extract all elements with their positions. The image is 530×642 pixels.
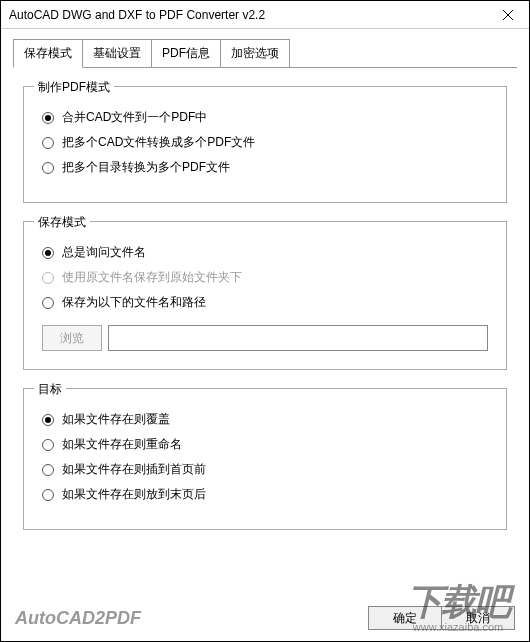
radio-icon xyxy=(42,137,54,149)
ok-button[interactable]: 确定 xyxy=(368,606,442,630)
radio-merge-one-pdf[interactable]: 合并CAD文件到一个PDF中 xyxy=(42,109,488,126)
group-target-legend: 目标 xyxy=(34,381,66,398)
tab-content: 制作PDF模式 合并CAD文件到一个PDF中 把多个CAD文件转换成多个PDF文… xyxy=(1,68,529,530)
radio-label: 如果文件存在则插到首页前 xyxy=(62,461,206,478)
radio-always-ask[interactable]: 总是询问文件名 xyxy=(42,244,488,261)
group-save-mode: 保存模式 总是询问文件名 使用原文件名保存到原始文件夹下 保存为以下的文件名和路… xyxy=(23,221,507,370)
radio-label: 使用原文件名保存到原始文件夹下 xyxy=(62,269,242,286)
tab-pdf-info[interactable]: PDF信息 xyxy=(151,39,221,68)
radio-icon xyxy=(42,464,54,476)
radio-overwrite[interactable]: 如果文件存在则覆盖 xyxy=(42,411,488,428)
group-target: 目标 如果文件存在则覆盖 如果文件存在则重命名 如果文件存在则插到首页前 如果文… xyxy=(23,388,507,530)
radio-rename[interactable]: 如果文件存在则重命名 xyxy=(42,436,488,453)
tab-encrypt-options[interactable]: 加密选项 xyxy=(220,39,290,68)
tab-bar: 保存模式 基础设置 PDF信息 加密选项 xyxy=(13,39,529,68)
radio-icon xyxy=(42,439,54,451)
browse-button: 浏览 xyxy=(42,325,102,351)
radio-label: 如果文件存在则覆盖 xyxy=(62,411,170,428)
radio-icon xyxy=(42,297,54,309)
radio-use-original: 使用原文件名保存到原始文件夹下 xyxy=(42,269,488,286)
tab-save-mode[interactable]: 保存模式 xyxy=(13,39,83,68)
tab-basic-settings[interactable]: 基础设置 xyxy=(82,39,152,68)
radio-icon xyxy=(42,272,54,284)
cancel-button[interactable]: 取消 xyxy=(441,606,515,630)
radio-label: 保存为以下的文件名和路径 xyxy=(62,294,206,311)
radio-insert-first[interactable]: 如果文件存在则插到首页前 xyxy=(42,461,488,478)
titlebar: AutoCAD DWG and DXF to PDF Converter v2.… xyxy=(1,1,529,29)
group-pdf-mode-legend: 制作PDF模式 xyxy=(34,79,114,96)
footer-buttons: 确定 取消 xyxy=(369,606,515,630)
radio-label: 总是询问文件名 xyxy=(62,244,146,261)
radio-icon xyxy=(42,489,54,501)
brand-label: AutoCAD2PDF xyxy=(15,608,141,629)
radio-label: 把多个目录转换为多个PDF文件 xyxy=(62,159,230,176)
radio-multi-files[interactable]: 把多个CAD文件转换成多个PDF文件 xyxy=(42,134,488,151)
radio-save-as-path[interactable]: 保存为以下的文件名和路径 xyxy=(42,294,488,311)
radio-label: 如果文件存在则重命名 xyxy=(62,436,182,453)
radio-icon xyxy=(42,247,54,259)
radio-icon xyxy=(42,162,54,174)
path-input[interactable] xyxy=(108,325,488,351)
radio-multi-dirs[interactable]: 把多个目录转换为多个PDF文件 xyxy=(42,159,488,176)
app-window: AutoCAD DWG and DXF to PDF Converter v2.… xyxy=(0,0,530,642)
radio-label: 把多个CAD文件转换成多个PDF文件 xyxy=(62,134,255,151)
close-button[interactable] xyxy=(487,1,529,29)
radio-append-last[interactable]: 如果文件存在则放到末页后 xyxy=(42,486,488,503)
radio-icon xyxy=(42,112,54,124)
radio-label: 如果文件存在则放到末页后 xyxy=(62,486,206,503)
footer: AutoCAD2PDF 确定 取消 xyxy=(1,595,529,641)
group-save-mode-legend: 保存模式 xyxy=(34,214,90,231)
radio-label: 合并CAD文件到一个PDF中 xyxy=(62,109,207,126)
group-pdf-mode: 制作PDF模式 合并CAD文件到一个PDF中 把多个CAD文件转换成多个PDF文… xyxy=(23,86,507,203)
path-row: 浏览 xyxy=(42,325,488,351)
radio-icon xyxy=(42,414,54,426)
close-icon xyxy=(503,10,513,20)
window-title: AutoCAD DWG and DXF to PDF Converter v2.… xyxy=(9,8,265,22)
